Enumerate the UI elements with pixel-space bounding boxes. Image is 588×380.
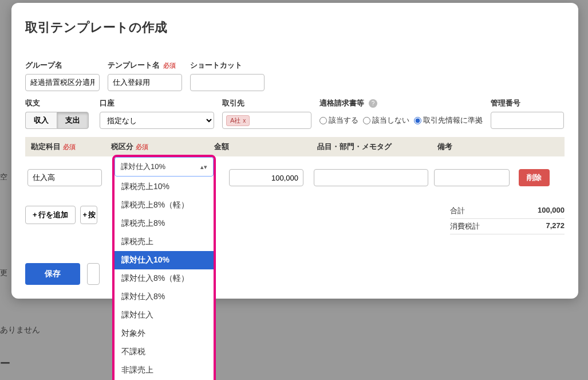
tax-option[interactable]: 課対仕入 xyxy=(115,306,214,324)
required-badge: 必須 xyxy=(136,143,148,150)
dialog-title: 取引テンプレートの作成 xyxy=(25,19,565,36)
tax-option[interactable]: 課税売上 xyxy=(115,233,214,251)
tax-option[interactable]: 課対仕入8% xyxy=(115,288,214,306)
header-subject: 勘定科目 xyxy=(31,142,61,151)
header-amount: 金額 xyxy=(208,137,311,156)
backdrop-text-2: 更 xyxy=(0,268,7,278)
template-name-label: テンプレート名 xyxy=(108,60,160,70)
tax-option[interactable]: 非課売上 xyxy=(115,361,214,379)
partner-tag-label: A社 xyxy=(230,116,240,125)
tax-option[interactable]: 課対仕入10% xyxy=(115,251,214,269)
invoice-radio-1[interactable] xyxy=(319,117,327,124)
expense-button[interactable]: 支出 xyxy=(57,112,89,129)
partner-tag-input[interactable]: A社 x xyxy=(222,112,311,129)
income-expense-label: 収支 xyxy=(25,98,40,108)
management-no-label: 管理番号 xyxy=(491,98,520,108)
amount-input[interactable] xyxy=(229,169,303,186)
tax-option[interactable]: 課税売上8%（軽） xyxy=(115,196,214,214)
add-control-button[interactable]: +按 xyxy=(80,206,97,224)
qualified-invoice-label: 適格請求書等 xyxy=(319,98,364,108)
management-no-input[interactable] xyxy=(491,112,564,129)
tax-option[interactable]: 対象外 xyxy=(115,324,214,343)
invoice-option-applicable[interactable]: 該当する xyxy=(319,115,358,126)
tax-option[interactable]: 課税売上10% xyxy=(115,178,214,196)
tax-option[interactable]: 不課税 xyxy=(115,343,214,361)
backdrop-text-1: 空 xyxy=(0,172,7,182)
create-transaction-template-dialog: 取引テンプレートの作成 グループ名 テンプレート名 必須 ショートカット 収支 … xyxy=(11,3,578,299)
line-item-row: 削除 xyxy=(25,156,565,190)
header-note: 備考 xyxy=(432,137,513,156)
delete-row-button[interactable]: 削除 xyxy=(519,169,550,186)
secondary-action-button[interactable] xyxy=(87,263,100,285)
income-button[interactable]: 収入 xyxy=(25,112,57,129)
help-icon[interactable]: ? xyxy=(369,99,377,108)
header-tax: 税区分 xyxy=(111,142,133,151)
invoice-option-partner-based[interactable]: 取引先情報に準拠 xyxy=(414,115,483,126)
item-input[interactable] xyxy=(314,169,428,186)
save-button[interactable]: 保存 xyxy=(25,263,80,285)
total-value: 100,000 xyxy=(538,206,565,216)
required-badge: 必須 xyxy=(63,143,76,150)
invoice-radio-3[interactable] xyxy=(414,117,421,124)
backdrop-text-3: ありません xyxy=(0,325,40,335)
shortcut-label: ショートカット xyxy=(190,60,242,70)
plus-icon: + xyxy=(33,210,37,219)
tax-category-dropdown[interactable]: 課対仕入10% ▴▾ 課税売上10%課税売上8%（軽）課税売上8%課税売上課対仕… xyxy=(112,155,216,380)
invoice-radio-2[interactable] xyxy=(363,117,370,124)
partner-tag[interactable]: A社 x xyxy=(226,115,250,126)
total-label: 合計 xyxy=(450,206,465,216)
remove-tag-icon[interactable]: x xyxy=(243,117,246,124)
caret-updown-icon: ▴▾ xyxy=(200,163,207,171)
header-item: 品目・部門・メモタグ xyxy=(311,137,432,156)
account-select[interactable]: 指定なし xyxy=(100,112,214,129)
subject-input[interactable] xyxy=(27,169,102,186)
tax-option[interactable]: 課対仕入8%（軽） xyxy=(115,269,214,288)
line-items-header: 勘定科目 必須 税区分 必須 金額 品目・部門・メモタグ 備考 xyxy=(25,137,565,156)
backdrop-text-4: ー xyxy=(0,357,10,370)
group-name-label: グループ名 xyxy=(25,60,62,70)
note-input[interactable] xyxy=(434,169,510,186)
partner-label: 取引先 xyxy=(222,98,244,108)
shortcut-input[interactable] xyxy=(190,74,265,91)
tax-category-option-list: 課税売上10%課税売上8%（軽）課税売上8%課税売上課対仕入10%課対仕入8%（… xyxy=(115,178,214,380)
tax-option[interactable]: 課税売上8% xyxy=(115,214,214,233)
invoice-option-not-applicable[interactable]: 該当しない xyxy=(363,115,409,126)
tax-category-select-display[interactable]: 課対仕入10% ▴▾ xyxy=(115,157,214,177)
account-label: 口座 xyxy=(100,98,115,108)
plus-icon: + xyxy=(83,210,88,219)
tax-total-label: 消費税計 xyxy=(450,221,480,232)
template-name-input[interactable] xyxy=(108,74,182,91)
group-name-input[interactable] xyxy=(25,74,100,91)
totals-panel: 合計 100,000 消費税計 7,272 xyxy=(450,203,565,234)
add-row-button[interactable]: +行を追加 xyxy=(25,206,76,224)
tax-total-value: 7,272 xyxy=(546,221,565,232)
required-badge: 必須 xyxy=(163,61,176,70)
